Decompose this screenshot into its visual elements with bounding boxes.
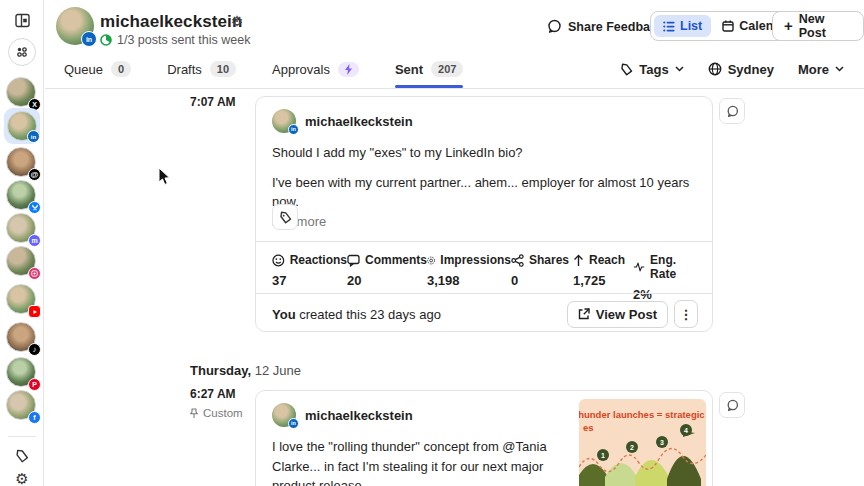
pin-icon <box>189 408 199 419</box>
card-divider <box>256 293 712 294</box>
channel-avatar-mastodon[interactable]: m <box>6 213 38 245</box>
stat-label: Eng. Rate <box>650 253 698 281</box>
post-body-text: I love the "rolling thunder" concept fro… <box>272 437 572 486</box>
mouse-cursor <box>158 168 172 186</box>
tab-label: Drafts <box>167 62 202 77</box>
filter-toolbar: Tags Sydney More <box>620 52 844 86</box>
tags-filter-label: Tags <box>639 62 668 77</box>
stat-label: Reach <box>589 253 625 267</box>
tab-sent[interactable]: Sent 207 <box>395 52 464 86</box>
thumbnail-marker: 1 <box>597 449 609 461</box>
collapse-sidebar-icon[interactable] <box>13 11 31 29</box>
settings-gear-icon[interactable]: ⚙ <box>13 470 31 486</box>
sidebar-divider <box>8 436 36 437</box>
timezone-selector[interactable]: Sydney <box>708 62 774 77</box>
post-time: 7:07 AM <box>190 95 236 109</box>
tab-count-badge: 0 <box>111 61 131 77</box>
tab-drafts[interactable]: Drafts 10 <box>167 52 236 86</box>
more-dropdown[interactable]: More <box>798 62 844 77</box>
stat-value: 20 <box>347 273 427 288</box>
date-header: Thursday, 12 June <box>190 363 301 378</box>
post-options-kebab-button[interactable]: ⋮ <box>674 300 698 328</box>
comments-icon <box>347 254 360 267</box>
stat-label: Impressions <box>440 253 511 267</box>
card-footer: You created this 23 days ago View Post ⋮ <box>272 300 698 328</box>
linkedin-icon: in <box>27 130 40 143</box>
chevron-down-icon <box>835 66 844 72</box>
tab-queue[interactable]: Queue 0 <box>64 52 131 86</box>
tab-label: Sent <box>395 62 423 77</box>
channel-avatar-youtube[interactable] <box>6 284 38 316</box>
channel-sidebar: X in @ m <box>0 0 44 486</box>
new-post-label: New Post <box>799 12 852 40</box>
add-tag-button[interactable] <box>272 204 298 230</box>
shares-icon <box>511 254 524 267</box>
list-icon <box>663 21 675 32</box>
thumbnail-marker: 3 <box>656 436 668 448</box>
page-title: michaelkeckstein <box>100 12 242 32</box>
author-avatar: in <box>272 109 296 133</box>
post-body-text: Should I add my "exes" to my LinkedIn bi… <box>272 143 698 231</box>
schedule-type-label: Custom <box>203 407 243 419</box>
bluesky-icon <box>28 201 41 214</box>
post-paragraph: I love the "rolling thunder" concept fro… <box>272 437 572 486</box>
stat-label: Comments <box>365 253 427 267</box>
external-link-icon <box>578 308 590 320</box>
see-more-link[interactable]: see more <box>272 212 698 232</box>
linkedin-icon: in <box>288 418 299 429</box>
post-time: 6:27 AM <box>190 387 236 401</box>
weekly-goal-status: 1/3 posts sent this week <box>100 33 250 47</box>
globe-icon <box>708 62 722 76</box>
channel-avatar-linkedin-selected[interactable]: in <box>4 108 40 144</box>
tab-label: Approvals <box>272 62 330 77</box>
channel-avatar-x[interactable]: X <box>6 77 38 109</box>
timezone-label: Sydney <box>728 62 774 77</box>
channel-avatar-bluesky[interactable] <box>6 180 38 212</box>
threads-icon: @ <box>28 168 41 181</box>
thumbnail-marker: 2 <box>626 441 638 453</box>
bolt-icon <box>338 62 359 77</box>
tag-icon <box>620 63 633 76</box>
created-info: You created this 23 days ago <box>272 307 441 322</box>
stat-value: 3,198 <box>427 273 511 288</box>
impressions-icon <box>427 254 435 267</box>
channel-avatar-pinterest[interactable]: P <box>6 357 38 389</box>
stat-value: 37 <box>272 273 347 288</box>
created-text: created this 23 days ago <box>299 307 441 322</box>
tab-bar: Queue 0 Drafts 10 Approvals Sent 207 <box>64 52 463 86</box>
thumbnail-marker: 4 <box>680 424 692 436</box>
stat-value: 1,725 <box>573 273 633 288</box>
post-comment-bubble-button[interactable] <box>719 98 745 124</box>
channel-avatar-facebook[interactable]: f <box>6 390 38 422</box>
comment-bubble-icon <box>726 105 739 118</box>
tags-filter-dropdown[interactable]: Tags <box>620 62 683 77</box>
channel-avatar-threads[interactable]: @ <box>6 147 38 179</box>
channel-avatar-tiktok[interactable]: ♪ <box>6 322 38 354</box>
post-paragraph: I've been with my current partner... ahe… <box>272 173 698 212</box>
list-view-button[interactable]: List <box>654 15 711 37</box>
more-label: More <box>798 62 829 77</box>
feedback-bubble-icon <box>547 19 562 34</box>
channel-avatar-instagram[interactable] <box>6 246 38 278</box>
channel-settings-gear-icon[interactable]: ⚙ <box>228 12 246 30</box>
stat-value: 0 <box>511 273 573 288</box>
tab-approvals[interactable]: Approvals <box>272 52 359 86</box>
tab-count-badge: 10 <box>210 61 236 77</box>
all-channels-button[interactable] <box>8 38 36 66</box>
post-image-thumbnail[interactable]: thunder launches = strategic sto es 1 2 … <box>579 399 706 486</box>
mastodon-icon: m <box>28 234 41 247</box>
post-author: in michaelkeckstein <box>272 403 413 427</box>
youtube-icon <box>28 305 41 318</box>
post-card: in michaelkeckstein Should I add my "exe… <box>255 96 713 332</box>
share-feedback-button[interactable]: Share Feedback <box>547 19 664 34</box>
post-comment-bubble-button[interactable] <box>719 392 745 418</box>
tags-sidebar-icon[interactable] <box>13 447 31 465</box>
new-post-button[interactable]: + New Post <box>772 11 864 41</box>
linkedin-icon: in <box>288 124 299 135</box>
stat-impressions: Impressions 3,198 <box>427 253 511 302</box>
account-avatar: in <box>56 7 94 45</box>
weekly-status-text: 1/3 posts sent this week <box>117 33 250 47</box>
view-post-label: View Post <box>596 307 657 322</box>
author-avatar: in <box>272 403 296 427</box>
view-post-button[interactable]: View Post <box>567 301 668 328</box>
